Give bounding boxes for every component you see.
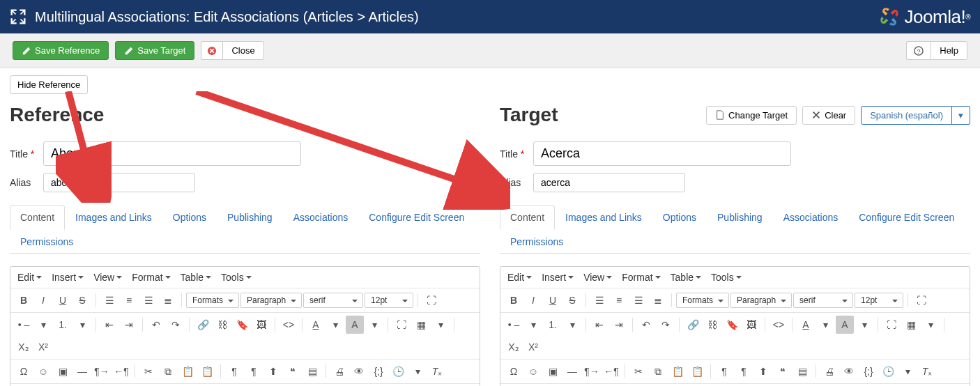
paste-icon[interactable]: 📋 <box>178 362 197 380</box>
paste-icon[interactable]: 📋 <box>668 362 687 380</box>
numbered-list-icon[interactable]: 1. <box>544 316 562 334</box>
paste-text-icon[interactable]: 📋 <box>688 362 706 380</box>
caret-down-icon[interactable]: ▾ <box>326 316 344 334</box>
menu-view[interactable]: View <box>583 272 612 283</box>
caret-down-icon[interactable]: ▾ <box>73 316 91 334</box>
tab-images-links[interactable]: Images and Links <box>555 205 652 230</box>
target-alias-input[interactable] <box>533 173 685 192</box>
outdent-icon[interactable]: ⇤ <box>100 316 118 334</box>
target-title-input[interactable] <box>533 141 791 166</box>
menu-insert[interactable]: Insert <box>52 272 84 283</box>
paragraph-select[interactable]: Paragraph <box>730 293 792 308</box>
align-justify-icon[interactable]: ≣ <box>649 291 667 309</box>
tab-options[interactable]: Options <box>162 205 217 230</box>
code-icon[interactable]: <> <box>280 316 298 334</box>
align-justify-icon[interactable]: ≣ <box>159 291 177 309</box>
menu-edit[interactable]: Edit <box>17 272 42 283</box>
blockquote-icon[interactable]: ❝ <box>774 362 792 380</box>
bookmark-icon[interactable]: 🔖 <box>233 316 251 334</box>
tab-options[interactable]: Options <box>652 205 707 230</box>
italic-icon[interactable]: I <box>524 291 542 309</box>
menu-format[interactable]: Format <box>622 272 660 283</box>
table-icon[interactable]: ▦ <box>902 316 920 334</box>
clear-format-icon[interactable]: Tₓ <box>918 362 936 380</box>
reference-alias-input[interactable] <box>43 173 195 192</box>
tab-permissions[interactable]: Permissions <box>10 229 84 254</box>
align-right-icon[interactable]: ☰ <box>139 291 158 309</box>
image-icon[interactable]: 🖼 <box>252 316 270 334</box>
menu-tools[interactable]: Tools <box>711 272 742 283</box>
tab-configure[interactable]: Configure Edit Screen <box>358 205 475 230</box>
underline-icon[interactable]: U <box>54 291 72 309</box>
template-icon[interactable]: ▤ <box>793 362 811 380</box>
caret-down-icon[interactable]: ▾ <box>524 316 542 334</box>
hide-reference-button[interactable]: Hide Reference <box>10 75 88 94</box>
caret-down-icon[interactable]: ▾ <box>563 316 581 334</box>
caret-down-icon[interactable]: ▾ <box>898 362 917 380</box>
paragraph-rtl-icon[interactable]: ¶ <box>735 362 753 380</box>
bg-color-icon[interactable]: A <box>346 316 364 334</box>
rtl-icon[interactable]: ←¶ <box>112 362 130 380</box>
indent-icon[interactable]: ⇥ <box>610 316 628 334</box>
reference-title-input[interactable] <box>43 141 301 166</box>
ltr-icon[interactable]: ¶→ <box>93 362 111 380</box>
strikethrough-icon[interactable]: S <box>563 291 581 309</box>
caret-down-icon[interactable]: ▾ <box>34 316 52 334</box>
clear-format-icon[interactable]: Tₓ <box>428 362 446 380</box>
datetime-icon[interactable]: 🕒 <box>389 362 407 380</box>
subscript-icon[interactable]: X₂ <box>15 338 33 356</box>
copy-icon[interactable]: ⧉ <box>159 362 177 380</box>
media-icon[interactable]: ▣ <box>54 362 72 380</box>
fullscreen2-icon[interactable]: ⛶ <box>392 316 411 334</box>
align-center-icon[interactable]: ≡ <box>120 291 138 309</box>
align-right-icon[interactable]: ☰ <box>629 291 648 309</box>
undo-icon[interactable]: ↶ <box>147 316 165 334</box>
menu-format[interactable]: Format <box>132 272 170 283</box>
menu-insert[interactable]: Insert <box>542 272 574 283</box>
bullet-list-icon[interactable]: • – <box>505 316 523 334</box>
text-color-icon[interactable]: A <box>307 316 325 334</box>
fullscreen-icon[interactable]: ⛶ <box>422 291 441 309</box>
paste-text-icon[interactable]: 📋 <box>198 362 216 380</box>
redo-icon[interactable]: ↷ <box>167 316 185 334</box>
indent-icon[interactable]: ⇥ <box>120 316 138 334</box>
print-icon[interactable]: 🖨 <box>820 362 839 380</box>
change-target-button[interactable]: Change Target <box>706 106 797 125</box>
hr-icon[interactable]: — <box>563 362 581 380</box>
bullet-list-icon[interactable]: • – <box>15 316 33 334</box>
bg-color-icon[interactable]: A <box>836 316 854 334</box>
save-reference-button[interactable]: Save Reference <box>13 41 109 60</box>
superscript-icon[interactable]: X² <box>524 338 542 356</box>
text-color-icon[interactable]: A <box>797 316 815 334</box>
tab-associations[interactable]: Associations <box>283 205 359 230</box>
outdent-icon[interactable]: ⇤ <box>590 316 608 334</box>
clear-button[interactable]: Clear <box>802 106 855 125</box>
image-icon[interactable]: 🖼 <box>742 316 760 334</box>
caret-down-icon[interactable]: ▾ <box>365 316 383 334</box>
print-icon[interactable]: 🖨 <box>330 362 349 380</box>
subscript-icon[interactable]: X₂ <box>505 338 523 356</box>
copy-icon[interactable]: ⧉ <box>649 362 667 380</box>
caret-down-icon[interactable]: ▾ <box>816 316 834 334</box>
bold-icon[interactable]: B <box>15 291 33 309</box>
underline-icon[interactable]: U <box>544 291 562 309</box>
tab-images-links[interactable]: Images and Links <box>65 205 162 230</box>
fullscreen-icon[interactable]: ⛶ <box>912 291 931 309</box>
tab-content[interactable]: Content <box>10 205 65 230</box>
emoji-icon[interactable]: ☺ <box>34 362 52 380</box>
close-button[interactable]: Close <box>222 41 263 60</box>
help-icon-button[interactable]: ? <box>906 41 931 60</box>
align-center-icon[interactable]: ≡ <box>610 291 628 309</box>
cut-icon[interactable]: ✂ <box>139 362 158 380</box>
link-icon[interactable]: 🔗 <box>684 316 702 334</box>
upload-icon[interactable]: ⬆ <box>264 362 282 380</box>
formats-select[interactable]: Formats <box>676 293 729 308</box>
italic-icon[interactable]: I <box>34 291 52 309</box>
bold-icon[interactable]: B <box>505 291 523 309</box>
language-select[interactable]: Spanish (español) ▾ <box>861 106 970 125</box>
omega-icon[interactable]: Ω <box>505 362 523 380</box>
fontsize-select[interactable]: 12pt <box>365 293 413 308</box>
template-icon[interactable]: ▤ <box>303 362 321 380</box>
menu-edit[interactable]: Edit <box>507 272 532 283</box>
font-select[interactable]: serif <box>793 293 853 308</box>
